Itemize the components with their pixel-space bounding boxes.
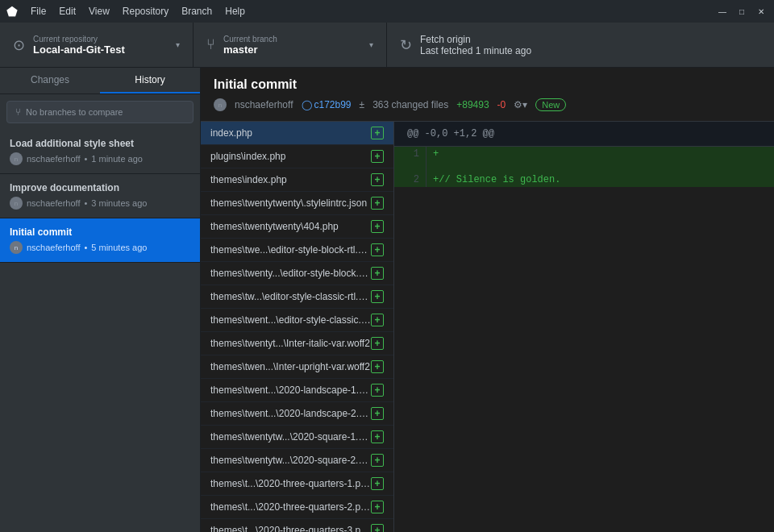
file-item[interactable]: themes\twent...\editor-style-classic.css…: [201, 309, 393, 332]
file-name: themes\twentytwenty\404.php: [210, 221, 339, 232]
file-item[interactable]: themes\t...\2020-three-quarters-3.png +: [201, 519, 393, 532]
file-add-icon: +: [371, 384, 384, 397]
file-item[interactable]: themes\twentytwenty\404.php +: [201, 215, 393, 239]
branch-chevron: ▾: [369, 40, 373, 49]
tab-changes[interactable]: Changes: [0, 68, 100, 94]
file-item[interactable]: themes\twenty...\editor-style-block.css …: [201, 262, 393, 285]
file-name: themes\tw...\editor-style-classic-rtl.cs…: [210, 291, 371, 302]
menu-repository[interactable]: Repository: [123, 6, 169, 17]
file-name: themes\twentyt...\Inter-italic-var.woff2: [210, 338, 370, 349]
window-controls: — □ ✕: [716, 7, 768, 16]
file-add-icon: +: [371, 267, 384, 280]
current-branch-section[interactable]: ⑂ Current branch master ▾: [194, 23, 387, 67]
file-item[interactable]: themes\t...\2020-three-quarters-1.png +: [201, 472, 393, 496]
diff-line: 1 +: [394, 147, 774, 172]
menu-branch[interactable]: Branch: [181, 6, 212, 17]
tabs: Changes History: [0, 68, 200, 94]
commit-item-time: 5 minutes ago: [91, 243, 147, 252]
file-item[interactable]: themes\twentytw...\2020-square-1.png +: [201, 426, 393, 449]
file-item[interactable]: themes\twentytwenty\.stylelintrc.json +: [201, 192, 393, 215]
diff-header: @@ -0,0 +1,2 @@: [394, 122, 774, 147]
commit-author: nschaeferhoff: [235, 99, 293, 110]
close-button[interactable]: ✕: [755, 7, 768, 16]
branch-icon: ⑂: [206, 36, 215, 53]
diff-line-content: +// Silence is golden.: [427, 172, 774, 187]
file-item[interactable]: themes\tw...\editor-style-classic-rtl.cs…: [201, 285, 393, 309]
commit-avatar: n: [10, 241, 23, 254]
branch-compare[interactable]: ⑂ No branches to compare: [6, 101, 194, 123]
commit-item-meta: n nschaeferhoff • 1 minute ago: [10, 152, 190, 165]
commit-item-time: 3 minutes ago: [91, 198, 147, 208]
file-add-icon: +: [371, 243, 384, 256]
tab-history[interactable]: History: [100, 68, 200, 94]
file-item[interactable]: themes\t...\2020-three-quarters-2.png +: [201, 496, 393, 519]
minimize-button[interactable]: —: [716, 7, 729, 16]
branch-compare-label: No branches to compare: [26, 107, 123, 117]
file-add-icon: +: [371, 197, 384, 210]
file-add-icon: +: [371, 407, 384, 420]
menu-file[interactable]: File: [31, 6, 46, 17]
new-badge: New: [535, 98, 566, 111]
file-item[interactable]: index.php +: [201, 122, 393, 145]
commit-item-meta: n nschaeferhoff • 3 minutes ago: [10, 197, 190, 210]
repo-chevron: ▾: [176, 40, 180, 49]
file-name: themes\twent...\editor-style-classic.css: [210, 314, 371, 326]
file-add-icon: +: [371, 430, 384, 443]
content-area: Initial commit n nschaeferhoff ◯ c172b99…: [201, 68, 774, 532]
commit-list: Load additional style sheet n nschaeferh…: [0, 130, 200, 532]
hash-icon: ◯: [302, 99, 312, 110]
titlebar: ⬟ File Edit View Repository Branch Help …: [0, 0, 774, 23]
commit-item-meta: n nschaeferhoff • 5 minutes ago: [10, 241, 190, 254]
commit-item-author: nschaeferhoff: [27, 198, 80, 208]
file-list: index.php + plugins\index.php + themes\i…: [201, 122, 394, 532]
commit-item-title: Improve documentation: [10, 182, 190, 193]
commit-item-author: nschaeferhoff: [27, 154, 80, 164]
sidebar: Changes History ⑂ No branches to compare…: [0, 68, 201, 532]
commit-item[interactable]: Load additional style sheet n nschaeferh…: [0, 130, 200, 174]
file-add-icon: +: [371, 524, 384, 532]
menu-help[interactable]: Help: [225, 6, 245, 17]
maximize-button[interactable]: □: [735, 7, 748, 16]
menu-edit[interactable]: Edit: [59, 6, 76, 17]
file-name: themes\twentytw...\2020-square-1.png: [210, 431, 371, 443]
file-item[interactable]: themes\twent...\2020-landscape-1.png +: [201, 379, 393, 402]
stat-added: +89493: [456, 99, 489, 110]
changed-files-icon: ±: [360, 99, 365, 110]
current-repository-section[interactable]: ⊙ Current repository Local-and-Git-Test …: [0, 23, 194, 67]
commit-item-separator: •: [84, 198, 87, 208]
fetch-label-small: Last fetched 1 minute ago: [420, 45, 531, 56]
file-item[interactable]: themes\twen...\Inter-upright-var.woff2 +: [201, 355, 393, 379]
file-name: themes\twentytw...\2020-square-2.png: [210, 455, 371, 466]
file-add-icon: +: [371, 173, 384, 186]
file-add-icon: +: [371, 360, 384, 373]
commit-header: Initial commit n nschaeferhoff ◯ c172b99…: [201, 68, 774, 122]
file-item[interactable]: themes\twent...\2020-landscape-2.png +: [201, 402, 393, 426]
file-add-icon: +: [371, 477, 384, 490]
file-name: themes\twent...\2020-landscape-1.png: [210, 384, 371, 396]
file-item[interactable]: plugins\index.php +: [201, 145, 393, 168]
file-name: themes\t...\2020-three-quarters-1.png: [210, 478, 371, 489]
file-add-icon: +: [371, 150, 384, 163]
stat-removed: -0: [497, 99, 506, 110]
file-name: themes\twentytwenty\.stylelintrc.json: [210, 197, 367, 209]
file-item[interactable]: themes\twe...\editor-style-block-rtl.css…: [201, 239, 393, 262]
commit-item[interactable]: Improve documentation n nschaeferhoff • …: [0, 174, 200, 218]
hash-value: c172b99: [314, 99, 352, 110]
file-item[interactable]: themes\index.php +: [201, 168, 393, 192]
commit-item-separator: •: [84, 243, 87, 252]
file-add-icon: +: [371, 290, 384, 303]
file-item[interactable]: themes\twentyt...\Inter-italic-var.woff2…: [201, 332, 393, 355]
commit-hash: ◯ c172b99: [302, 99, 352, 110]
gear-icon[interactable]: ⚙▾: [514, 99, 527, 110]
commit-item[interactable]: Initial commit n nschaeferhoff • 5 minut…: [0, 218, 200, 263]
commit-meta-bar: n nschaeferhoff ◯ c172b99 ± 363 changed …: [214, 98, 761, 111]
file-add-icon: +: [371, 220, 384, 233]
file-name: themes\twent...\2020-landscape-2.png: [210, 408, 371, 419]
file-item[interactable]: themes\twentytw...\2020-square-2.png +: [201, 449, 393, 472]
file-add-icon: +: [371, 127, 384, 139]
fetch-origin-section[interactable]: ↻ Fetch origin Last fetched 1 minute ago: [387, 23, 572, 67]
repo-label-big: Local-and-Git-Test: [33, 44, 125, 56]
commit-item-author: nschaeferhoff: [27, 243, 80, 252]
file-name: themes\t...\2020-three-quarters-2.png: [210, 501, 371, 513]
menu-view[interactable]: View: [89, 6, 110, 17]
